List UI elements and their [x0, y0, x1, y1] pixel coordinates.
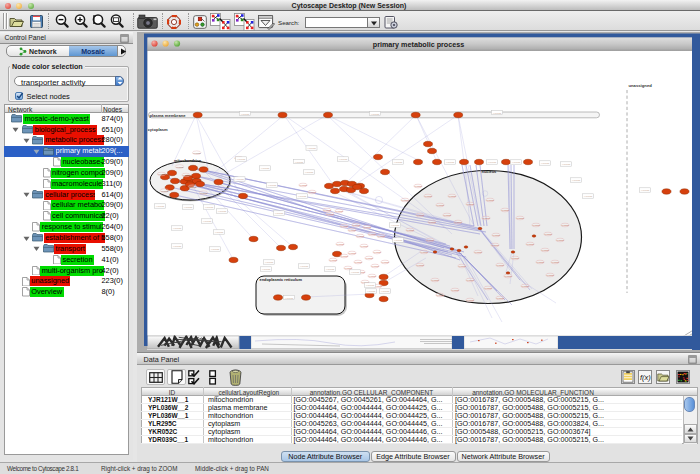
svg-text:Yxx00w: Yxx00w	[235, 178, 244, 181]
svg-text:Yxx00w: Yxx00w	[561, 224, 569, 226]
svg-text:Yxx00w: Yxx00w	[391, 224, 400, 227]
svg-text:Yxx00w: Yxx00w	[416, 264, 424, 266]
svg-text:Yxx00w: Yxx00w	[261, 167, 270, 170]
svg-text:Yxx00w: Yxx00w	[572, 179, 581, 182]
svg-text:Yxx00w: Yxx00w	[394, 161, 403, 164]
svg-text:Yxx00w: Yxx00w	[493, 112, 502, 115]
svg-text:Yxx00w: Yxx00w	[496, 297, 504, 299]
svg-text:Yxx00w: Yxx00w	[367, 290, 376, 293]
svg-text:Yxx00w: Yxx00w	[532, 224, 540, 226]
svg-text:cytoplasm: cytoplasm	[148, 127, 169, 132]
svg-text:Yxx00w: Yxx00w	[504, 275, 512, 277]
svg-text:Yxx00w: Yxx00w	[516, 217, 524, 219]
svg-text:Yxx00w: Yxx00w	[544, 233, 552, 235]
svg-text:Yxx00w: Yxx00w	[368, 233, 376, 235]
svg-text:Yxx00w: Yxx00w	[484, 287, 492, 289]
svg-text:Yxx00w: Yxx00w	[176, 166, 184, 168]
svg-text:Yxx00w: Yxx00w	[275, 212, 284, 215]
svg-text:f(x): f(x)	[640, 372, 651, 381]
svg-text:Yxx00w: Yxx00w	[556, 239, 564, 241]
svg-text:Yxx00w: Yxx00w	[215, 231, 224, 234]
svg-text:Yxx00w: Yxx00w	[336, 243, 344, 245]
svg-text:Yxx00w: Yxx00w	[551, 261, 559, 263]
svg-text:Yxx00w: Yxx00w	[348, 252, 356, 254]
svg-text:Yxx00w: Yxx00w	[541, 249, 549, 251]
svg-text:Yxx00w: Yxx00w	[300, 265, 309, 268]
svg-text:Yxx00w: Yxx00w	[541, 162, 550, 165]
svg-text:Yxx00w: Yxx00w	[352, 224, 360, 226]
svg-text:Yxx00w: Yxx00w	[466, 299, 474, 301]
svg-text:Yxx00w: Yxx00w	[416, 214, 424, 216]
svg-text:Yxx00w: Yxx00w	[641, 189, 650, 192]
svg-text:mitochondrion: mitochondrion	[174, 158, 202, 163]
svg-text:Yxx00w: Yxx00w	[299, 184, 307, 186]
svg-text:Yxx00w: Yxx00w	[371, 113, 380, 116]
svg-text:Yxx00w: Yxx00w	[158, 173, 166, 175]
svg-text:Yxx00w: Yxx00w	[237, 158, 246, 161]
svg-text:Yxx00w: Yxx00w	[401, 199, 409, 201]
svg-text:primary metabolic process: primary metabolic process	[373, 40, 464, 49]
svg-text:Yxx00w: Yxx00w	[285, 297, 294, 300]
svg-text:Yxx00w: Yxx00w	[173, 245, 182, 248]
svg-text:Yxx00w: Yxx00w	[368, 275, 376, 277]
svg-text:Yxx00w: Yxx00w	[466, 279, 474, 281]
svg-text:Yxx00w: Yxx00w	[265, 261, 274, 264]
svg-text:plasma membrane: plasma membrane	[150, 113, 187, 118]
svg-text:Yxx00w: Yxx00w	[365, 257, 373, 259]
svg-text:unassigned: unassigned	[629, 83, 653, 88]
svg-text:Yxx00w: Yxx00w	[454, 221, 462, 223]
svg-text:Yxx00w: Yxx00w	[488, 161, 497, 164]
svg-text:Yxx00w: Yxx00w	[161, 190, 169, 192]
svg-text:Yxx00w: Yxx00w	[298, 195, 307, 198]
svg-text:Yxx00w: Yxx00w	[424, 195, 432, 197]
svg-text:Yxx00w: Yxx00w	[340, 255, 348, 257]
svg-text:Yxx00w: Yxx00w	[307, 147, 316, 150]
svg-text:Yxx00w: Yxx00w	[426, 239, 434, 241]
svg-text:endoplasmic reticulum: endoplasmic reticulum	[260, 277, 303, 282]
svg-text:Yxx00w: Yxx00w	[448, 195, 456, 197]
svg-text:Yxx00w: Yxx00w	[584, 195, 593, 198]
svg-text:Yxx00w: Yxx00w	[562, 163, 571, 166]
svg-text:Yxx00w: Yxx00w	[394, 239, 403, 242]
svg-text:Yxx00w: Yxx00w	[458, 265, 466, 267]
svg-text:Yxx00w: Yxx00w	[436, 294, 444, 296]
svg-text:Yxx00w: Yxx00w	[496, 264, 504, 266]
svg-text:Yxx00w: Yxx00w	[360, 245, 368, 247]
svg-text:nucleus: nucleus	[482, 169, 497, 174]
svg-text:Yxx00w: Yxx00w	[436, 204, 444, 206]
svg-text:Yxx00w: Yxx00w	[486, 199, 494, 201]
svg-text:Yxx00w: Yxx00w	[521, 285, 529, 287]
svg-text:Yxx00w: Yxx00w	[526, 243, 534, 245]
svg-text:Yxx00w: Yxx00w	[536, 261, 544, 263]
svg-text:Yxx00w: Yxx00w	[305, 171, 314, 174]
svg-text:Yxx00w: Yxx00w	[428, 221, 436, 223]
svg-text:Yxx00w: Yxx00w	[482, 217, 490, 219]
svg-text:Yxx00w: Yxx00w	[308, 191, 316, 193]
svg-text:Yxx00w: Yxx00w	[189, 186, 197, 188]
svg-text:Yxx00w: Yxx00w	[381, 290, 390, 293]
svg-text:Yxx00w: Yxx00w	[377, 235, 385, 237]
svg-text:Yxx00w: Yxx00w	[295, 161, 304, 164]
svg-text:Yxx00w: Yxx00w	[326, 213, 334, 215]
svg-text:Yxx00w: Yxx00w	[511, 257, 519, 259]
svg-text:Yxx00w: Yxx00w	[546, 274, 554, 276]
svg-text:Yxx00w: Yxx00w	[262, 268, 271, 271]
svg-text:Yxx00w: Yxx00w	[420, 251, 428, 253]
svg-text:Yxx00w: Yxx00w	[431, 279, 439, 281]
svg-text:Yxx00w: Yxx00w	[323, 209, 331, 211]
svg-text:Yxx00w: Yxx00w	[339, 158, 348, 161]
svg-text:Yxx00w: Yxx00w	[363, 226, 371, 228]
svg-text:Yxx00w: Yxx00w	[474, 251, 482, 253]
svg-text:Yxx00w: Yxx00w	[466, 203, 474, 205]
svg-text:Yxx00w: Yxx00w	[241, 113, 250, 116]
svg-text:Yxx00w: Yxx00w	[371, 265, 379, 267]
svg-text:Yxx00w: Yxx00w	[329, 259, 337, 261]
svg-text:Yxx00w: Yxx00w	[156, 205, 165, 208]
svg-text:Yxx00w: Yxx00w	[184, 206, 193, 209]
svg-text:Yxx00w: Yxx00w	[193, 152, 201, 154]
svg-text:Yxx00w: Yxx00w	[203, 220, 212, 223]
svg-text:Yxx00w: Yxx00w	[211, 248, 220, 251]
svg-text:Yxx00w: Yxx00w	[218, 210, 227, 213]
svg-text:Yxx00w: Yxx00w	[366, 284, 375, 287]
svg-text:Yxx00w: Yxx00w	[348, 229, 356, 231]
